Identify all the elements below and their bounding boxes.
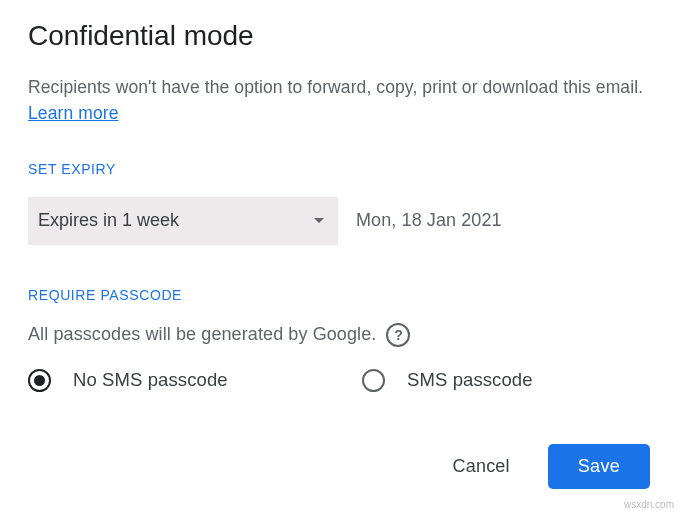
chevron-down-icon [314,218,324,223]
learn-more-link[interactable]: Learn more [28,103,119,123]
cancel-button[interactable]: Cancel [445,446,518,487]
passcode-description-row: All passcodes will be generated by Googl… [28,323,652,347]
dialog-description: Recipients won't have the option to forw… [28,74,652,127]
passcode-radio-group: No SMS passcode SMS passcode [28,369,652,392]
set-expiry-label: SET EXPIRY [28,161,652,177]
expiry-dropdown[interactable]: Expires in 1 week [28,197,338,245]
radio-no-sms-passcode[interactable]: No SMS passcode [28,369,362,392]
radio-unselected-icon [362,369,385,392]
dialog-title: Confidential mode [28,20,652,52]
radio-no-sms-label: No SMS passcode [73,369,228,391]
description-text: Recipients won't have the option to forw… [28,77,643,97]
radio-sms-passcode[interactable]: SMS passcode [362,369,533,392]
radio-sms-label: SMS passcode [407,369,533,391]
expiry-date: Mon, 18 Jan 2021 [356,210,502,231]
passcode-description: All passcodes will be generated by Googl… [28,324,376,345]
save-button[interactable]: Save [548,444,650,489]
expiry-selected-value: Expires in 1 week [38,210,179,231]
require-passcode-label: REQUIRE PASSCODE [28,287,652,303]
watermark: wsxdn.com [624,499,674,510]
help-icon[interactable]: ? [386,323,410,347]
dialog-button-row: Cancel Save [28,444,652,489]
radio-selected-icon [28,369,51,392]
expiry-row: Expires in 1 week Mon, 18 Jan 2021 [28,197,652,245]
radio-dot-icon [34,375,45,386]
